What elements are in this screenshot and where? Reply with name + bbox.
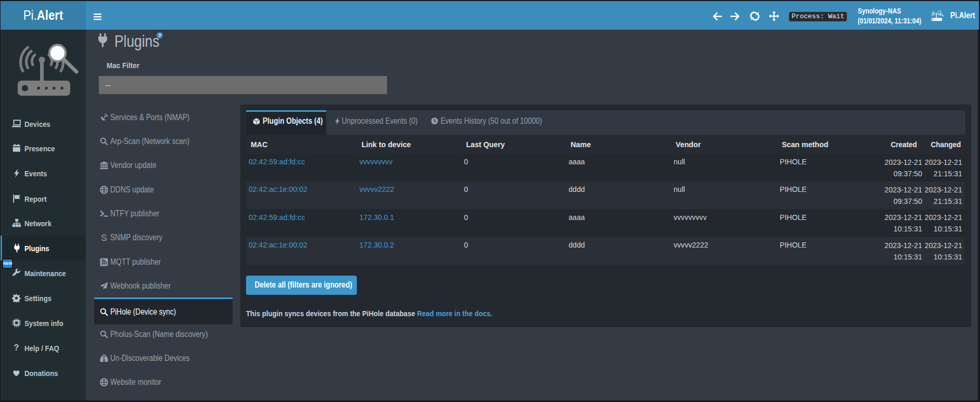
svg-text:S: S	[101, 234, 107, 242]
svg-text:?: ?	[14, 343, 19, 352]
